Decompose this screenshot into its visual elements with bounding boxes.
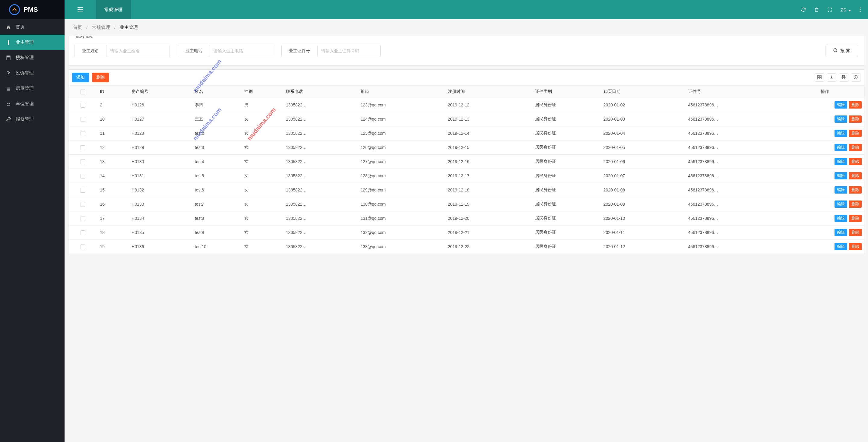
row-checkbox[interactable] — [81, 117, 85, 122]
edit-button[interactable]: 编辑 — [835, 130, 847, 137]
cell-buy: 2020-01-05 — [601, 140, 686, 155]
col-header-buy[interactable]: 购买日期 — [601, 86, 686, 98]
cell-idno: 45612378896… — [686, 155, 786, 169]
row-checkbox[interactable] — [81, 216, 85, 221]
select-all-checkbox[interactable] — [81, 90, 85, 94]
sidebar-item-1[interactable]: 业主管理 — [0, 35, 65, 50]
cell-email: 123@qq.com — [358, 98, 445, 112]
cell-buy: 2020-01-09 — [601, 197, 686, 211]
row-checkbox[interactable] — [81, 145, 85, 150]
cell-name: test3 — [192, 140, 242, 155]
batch-delete-button[interactable]: 删除 — [92, 73, 109, 82]
row-delete-button[interactable]: 删除 — [849, 101, 862, 108]
search-label: 业主电话 — [178, 45, 210, 57]
edit-button[interactable]: 编辑 — [835, 158, 847, 165]
cell-house: H0130 — [129, 155, 192, 169]
sidebar-item-6[interactable]: 报修管理 — [0, 112, 65, 127]
cell-email: 124@qq.com — [358, 112, 445, 126]
col-header-house[interactable]: 房产编号 — [129, 86, 192, 98]
cell-id: 17 — [97, 211, 129, 225]
row-delete-button[interactable]: 删除 — [849, 116, 862, 123]
more-button[interactable] — [860, 7, 861, 12]
row-delete-button[interactable]: 删除 — [849, 172, 862, 179]
col-header-idtype[interactable]: 证件类别 — [533, 86, 601, 98]
edit-button[interactable]: 编辑 — [835, 172, 847, 179]
search-input-0[interactable] — [106, 45, 169, 57]
row-checkbox[interactable] — [81, 245, 85, 249]
cell-reg: 2019-12-14 — [445, 126, 533, 140]
table-row: 18 H0135 test9 女 1305822… 132@qq.com 201… — [68, 225, 864, 240]
cell-email: 125@qq.com — [358, 126, 445, 140]
row-delete-button[interactable]: 删除 — [849, 243, 862, 250]
cell-idno: 45612378896… — [686, 225, 786, 240]
col-header-idno[interactable]: 证件号 — [686, 86, 786, 98]
col-header-gender[interactable]: 性别 — [242, 86, 283, 98]
row-checkbox[interactable] — [81, 188, 85, 193]
table-row: 15 H0132 test6 女 1305822… 129@qq.com 201… — [68, 183, 864, 197]
cell-gender: 女 — [242, 126, 283, 140]
print-icon — [841, 75, 846, 80]
cell-house: H0126 — [129, 98, 192, 112]
col-header-email[interactable]: 邮箱 — [358, 86, 445, 98]
info-button[interactable] — [851, 73, 861, 82]
columns-button[interactable] — [815, 73, 824, 82]
col-header-id[interactable]: ID — [97, 86, 129, 98]
sidebar-item-2[interactable]: 楼栋管理 — [0, 50, 65, 65]
search-input-1[interactable] — [210, 45, 273, 57]
row-delete-button[interactable]: 删除 — [849, 200, 862, 208]
sidebar-item-0[interactable]: 首页 — [0, 19, 65, 35]
svg-point-17 — [860, 7, 861, 8]
user-menu[interactable]: ZS — [841, 7, 851, 12]
cell-house: H0134 — [129, 211, 192, 225]
header-tab-active[interactable]: 常规管理 — [96, 0, 131, 19]
row-delete-button[interactable]: 删除 — [849, 158, 862, 165]
export-button[interactable] — [827, 73, 836, 82]
search-button[interactable]: 搜 索 — [826, 44, 858, 57]
breadcrumb-section[interactable]: 常规管理 — [92, 25, 110, 30]
row-checkbox[interactable] — [81, 103, 85, 107]
fullscreen-button[interactable] — [827, 7, 832, 12]
col-header-name[interactable]: 姓名 — [192, 86, 242, 98]
col-header-reg[interactable]: 注册时间 — [445, 86, 533, 98]
row-delete-button[interactable]: 删除 — [849, 229, 862, 236]
row-delete-button[interactable]: 删除 — [849, 144, 862, 151]
cell-gender: 女 — [242, 240, 283, 254]
edit-button[interactable]: 编辑 — [835, 243, 847, 250]
edit-button[interactable]: 编辑 — [835, 186, 847, 194]
cell-idno: 45612378896… — [686, 169, 786, 183]
sidebar-menu: 首页业主管理楼栋管理投诉管理房屋管理车位管理报修管理 — [0, 19, 65, 127]
edit-button[interactable]: 编辑 — [835, 116, 847, 123]
wrench-icon — [6, 117, 11, 122]
cell-id: 15 — [97, 183, 129, 197]
cell-id: 11 — [97, 126, 129, 140]
row-delete-button[interactable]: 删除 — [849, 215, 862, 222]
row-checkbox[interactable] — [81, 159, 85, 164]
delete-button[interactable] — [814, 7, 819, 12]
refresh-button[interactable] — [801, 7, 806, 12]
breadcrumb-home[interactable]: 首页 — [73, 25, 82, 30]
sidebar-item-5[interactable]: 车位管理 — [0, 96, 65, 112]
doc-icon — [6, 71, 11, 76]
row-checkbox[interactable] — [81, 202, 85, 207]
edit-button[interactable]: 编辑 — [835, 229, 847, 236]
col-header-check — [68, 86, 97, 98]
print-button[interactable] — [839, 73, 848, 82]
row-checkbox[interactable] — [81, 131, 85, 136]
svg-point-12 — [7, 105, 8, 105]
row-delete-button[interactable]: 删除 — [849, 130, 862, 137]
edit-button[interactable]: 编辑 — [835, 215, 847, 222]
add-button[interactable]: 添加 — [72, 73, 89, 82]
col-header-phone[interactable]: 联系电话 — [283, 86, 358, 98]
row-checkbox[interactable] — [81, 173, 85, 179]
edit-button[interactable]: 编辑 — [835, 101, 847, 108]
edit-button[interactable]: 编辑 — [835, 200, 847, 208]
sidebar-item-3[interactable]: 投诉管理 — [0, 65, 65, 81]
row-delete-button[interactable]: 删除 — [849, 186, 862, 194]
row-checkbox[interactable] — [81, 230, 85, 235]
sidebar-item-4[interactable]: 房屋管理 — [0, 81, 65, 96]
cell-idtype: 居民身份证 — [533, 98, 601, 112]
edit-button[interactable]: 编辑 — [835, 144, 847, 151]
search-input-2[interactable] — [317, 45, 381, 57]
sidebar-toggle-button[interactable] — [65, 0, 96, 19]
cell-name: 王五 — [192, 112, 242, 126]
